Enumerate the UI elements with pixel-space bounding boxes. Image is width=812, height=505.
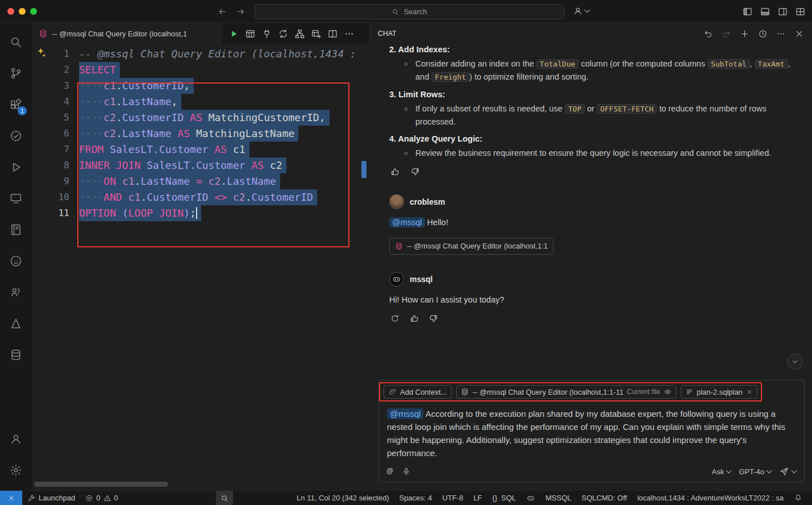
- add-context-button[interactable]: Add Context...: [384, 385, 452, 399]
- line-number: 9: [32, 173, 69, 189]
- new-chat-button[interactable]: [738, 27, 751, 40]
- navigate-back-button[interactable]: [216, 5, 228, 18]
- indentation-status[interactable]: Spaces: 4: [394, 491, 437, 505]
- line-content: ····ON c1.LastName = c2.LastName: [79, 173, 280, 189]
- copilot-status[interactable]: [521, 491, 540, 505]
- activity-item-source-control[interactable]: [2, 57, 30, 89]
- code-line[interactable]: 7FROM SalesLT.Customer AS c1: [32, 142, 369, 158]
- connection-status[interactable]: localhost,1434 : AdventureWorksLT2022 : …: [632, 491, 789, 505]
- eol-status[interactable]: LF: [468, 491, 487, 505]
- send-button[interactable]: [779, 466, 796, 477]
- mention-button[interactable]: @: [385, 466, 395, 477]
- copilot-sparkle-icon[interactable]: [35, 47, 47, 59]
- language-label: SQL: [501, 494, 516, 502]
- editor-tab[interactable]: -- @mssql Chat Query Editor (localhost,1: [32, 23, 222, 44]
- code-line[interactable]: 9····ON c1.LastName = c2.LastName: [32, 173, 369, 189]
- layout-right-button[interactable]: [776, 5, 789, 18]
- thumbs-up-button[interactable]: [389, 166, 401, 177]
- code-line[interactable]: 11OPTION (LOOP JOIN);: [32, 205, 369, 221]
- code-line[interactable]: 8INNER JOIN SalesLT.Customer AS c2: [32, 158, 369, 173]
- layout-left-button[interactable]: [741, 5, 753, 18]
- mssql-status[interactable]: MSSQL: [540, 491, 577, 505]
- connect-button[interactable]: [260, 27, 273, 40]
- context-chip[interactable]: plan-2.sqlplan: [681, 385, 757, 399]
- attachment-pill[interactable]: -- @mssql Chat Query Editor (localhost,1…: [389, 238, 553, 255]
- code-line[interactable]: 6····c2.LastName AS MatchingLastName: [32, 126, 369, 142]
- context-chip[interactable]: -- @mssql Chat Query Editor (localhost,1…: [456, 385, 676, 399]
- titlebar: Search: [0, 0, 812, 23]
- sqlcmd-status[interactable]: SQLCMD: Off: [577, 491, 632, 505]
- regenerate-button[interactable]: [389, 313, 401, 324]
- command-center-search[interactable]: Search: [255, 4, 564, 19]
- line-number: 6: [32, 126, 69, 142]
- line-text: ····c2.CustomerID AS MatchingCustomerID,: [79, 110, 330, 126]
- accounts-menu-button[interactable]: [573, 6, 589, 16]
- activity-item-search[interactable]: [2, 26, 30, 57]
- activity-item-extensions[interactable]: 1: [2, 89, 30, 120]
- code-line[interactable]: 10····AND c1.CustomerID <> c2.CustomerID: [32, 189, 369, 205]
- eye-icon[interactable]: [664, 388, 672, 396]
- encoding-status[interactable]: UTF-8: [437, 491, 468, 505]
- cursor-position-status[interactable]: Ln 11, Col 20 (342 selected): [292, 491, 394, 505]
- thumbs-up-button[interactable]: [409, 313, 420, 324]
- undo-button[interactable]: [702, 27, 714, 40]
- code-line[interactable]: 2SELECT: [32, 62, 369, 78]
- code-editor[interactable]: 1-- @mssql Chat Query Editor (localhost,…: [32, 44, 369, 490]
- code-token: -- @mssql Chat Query Editor (localhost,1…: [79, 48, 356, 60]
- horizontal-scrollbar[interactable]: [34, 482, 168, 487]
- code-line[interactable]: 3····c1.CustomerID,: [32, 78, 369, 94]
- activity-item-github[interactable]: [2, 245, 30, 276]
- code-token: <>: [209, 191, 233, 203]
- split-editor-button[interactable]: [326, 27, 339, 40]
- redo-button[interactable]: [720, 27, 732, 40]
- table-designer-button[interactable]: [310, 27, 322, 40]
- more-button[interactable]: [343, 27, 355, 40]
- mention-chip[interactable]: @mssql: [389, 217, 425, 227]
- chat-messages[interactable]: 2. Add Indexes:○Consider adding an index…: [370, 44, 812, 380]
- code-line[interactable]: 4····c1.LastName,: [32, 94, 369, 110]
- language-status[interactable]: {} SQL: [487, 491, 521, 505]
- run-button[interactable]: [227, 27, 240, 40]
- activity-item-testing[interactable]: [2, 120, 30, 151]
- chat-input-text[interactable]: @mssql According to the execution plan s…: [379, 401, 804, 460]
- activity-item-azure[interactable]: [2, 308, 30, 339]
- thumbs-down-button[interactable]: [428, 313, 439, 324]
- problems-status[interactable]: 0 0: [80, 491, 123, 505]
- code-lines[interactable]: 1-- @mssql Chat Query Editor (localhost,…: [32, 46, 369, 221]
- maximize-window-button[interactable]: [30, 8, 37, 15]
- activity-item-database[interactable]: [2, 339, 30, 370]
- line-number: 8: [32, 158, 69, 173]
- layout-bottom-button[interactable]: [759, 5, 771, 18]
- activity-item-notebook[interactable]: [2, 214, 30, 245]
- history-button[interactable]: [756, 27, 769, 40]
- close-button[interactable]: [793, 27, 805, 40]
- activity-item-run-debug[interactable]: [2, 151, 30, 183]
- microphone-button[interactable]: [402, 467, 411, 476]
- activity-item-accounts[interactable]: [2, 423, 30, 454]
- launchpad-status[interactable]: Launchpad: [22, 491, 80, 505]
- more-button[interactable]: [774, 27, 787, 40]
- code-line[interactable]: 5····c2.CustomerID AS MatchingCustomerID…: [32, 110, 369, 126]
- results-grid-button[interactable]: [244, 27, 256, 40]
- minimize-window-button[interactable]: [19, 8, 26, 15]
- text-cursor: [196, 207, 197, 219]
- close-window-button[interactable]: [7, 8, 14, 15]
- activity-item-remote-explorer[interactable]: [2, 183, 30, 214]
- layout-grid-button[interactable]: [794, 5, 806, 18]
- activity-item-settings[interactable]: [2, 454, 30, 486]
- code-token: AS: [184, 111, 208, 123]
- zoom-button[interactable]: [216, 491, 233, 505]
- activity-item-live-share[interactable]: [2, 276, 30, 308]
- mention-chip[interactable]: @mssql: [387, 408, 423, 419]
- remove-attachment-icon[interactable]: [746, 388, 753, 395]
- notifications-bell[interactable]: [789, 491, 807, 505]
- thumbs-down-button[interactable]: [410, 166, 421, 177]
- estimated-plan-button[interactable]: [277, 27, 289, 40]
- navigate-forward-button[interactable]: [234, 5, 247, 18]
- remote-indicator[interactable]: [0, 491, 22, 505]
- mode-selector[interactable]: Ask: [712, 467, 731, 476]
- model-selector[interactable]: GPT-4o: [739, 467, 771, 476]
- scroll-to-bottom-button[interactable]: [787, 354, 803, 370]
- code-line[interactable]: 1-- @mssql Chat Query Editor (localhost,…: [32, 46, 369, 62]
- schema-designer-button[interactable]: [293, 27, 306, 40]
